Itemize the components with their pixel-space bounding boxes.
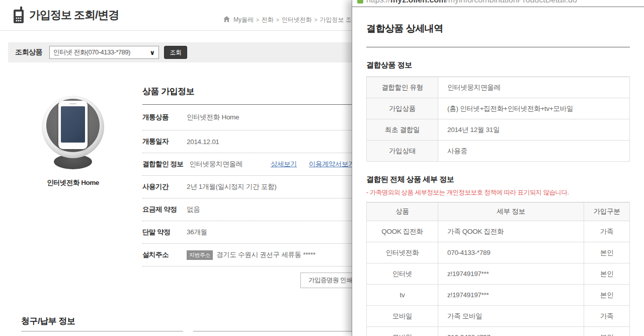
owner-cell: 본인 [584,263,630,285]
combined-products-table: 상품세부 정보가입구분 QOOK 집전화가족 QOOK 집전화가족인터넷전화07… [366,202,630,336]
product-cell: tv [367,285,438,306]
detail-cell: 010-9432-*797 [438,327,584,336]
table-row: 가입상태사용중 [367,141,630,162]
detail-cell: 가족 모바일 [438,306,584,327]
product-cell: 모바일 [367,327,438,336]
url-domain: myz.olleh.com [390,0,446,4]
breadcrumb-item[interactable]: My올레 [233,16,254,24]
row-value: 인터넷뭉치면올레 [438,77,630,98]
privacy-note: - 가족명의의 상품 세부정보는 개인정보보호 정책에 따라 표기되지 않습니다… [366,188,630,197]
field-value: 인터넷전화 Home [187,113,239,122]
column-header: 세부 정보 [438,203,584,221]
product-select[interactable]: 인터넷 전화(070-4133-*789) ∨ [49,46,159,59]
lock-icon [357,0,363,4]
breadcrumb: My올레>전화>인터넷전화>가입정보 조회 [223,16,358,24]
product-cell: 모바일 [367,306,438,327]
owner-cell: 본인 [584,327,630,336]
popup-title: 결합상품 상세내역 [366,22,630,47]
product-cell: 인터넷 [367,263,438,285]
breadcrumb-separator: > [314,17,317,23]
popup-address-bar[interactable]: https://myz.olleh.com/myinfo/combination… [352,0,644,7]
table-row: 인터넷전화070-4133-*789본인 [367,242,630,263]
detail-cell: z!19749197*** [438,263,584,285]
field-links: 상세보기이용계약서보기 [271,160,355,169]
field-value: 경기도 수원시 권선구 세류동 ***** [216,250,315,259]
field-label: 설치주소 [142,250,181,259]
breadcrumb-separator: > [276,17,279,23]
row-value: 사용중 [438,141,630,162]
column-header: 가입구분 [584,203,630,221]
owner-cell: 본인 [584,242,630,263]
product-select-value: 인터넷 전화(070-4133-*789) [53,48,149,57]
combination-info-table: 결합할인 유형인터넷뭉치면올레가입상품(홈) 인터넷+집전화+인터넷전화+tv+… [366,77,630,162]
row-value: (홈) 인터넷+집전화+인터넷전화+tv+모바일 [438,98,630,119]
field-value: 2014.12.01 [187,138,219,146]
product-figure: 인터넷전화 Home [28,95,118,187]
table-row: 인터넷z!19749197***본인 [367,263,630,285]
breadcrumb-item[interactable]: 전화 [262,16,274,24]
field-label: 사용기간 [142,182,181,191]
table-row: 최초 결합일2014년 12월 31일 [367,119,630,141]
url-path: /myinfo/combinationProductDetail.do [446,0,577,4]
field-value: 인터넷뭉치면올레 [189,160,243,169]
detail-cell: z!19749197*** [438,285,584,306]
table-row: 가입상품(홈) 인터넷+집전화+인터넷전화+tv+모바일 [367,98,630,119]
field-value: 2년 1개월(일시정지 기간 포함) [187,182,276,191]
table-row: 모바일010-9432-*797본인 [367,327,630,336]
combination-detail-popup: https://myz.olleh.com/myinfo/combination… [352,0,644,336]
address-type-badge: 지번주소 [187,250,213,260]
breadcrumb-separator: > [256,17,259,23]
subscription-page: 가입정보 조회/변경 My올레>전화>인터넷전화>가입정보 조회 조회상품 인터… [0,0,644,336]
detail-link[interactable]: 이용계약서보기 [309,160,355,169]
detail-link[interactable]: 상세보기 [271,160,297,169]
field-label: 개통상품 [142,113,181,122]
query-label: 조회상품 [15,48,42,57]
table-row: 결합할인 유형인터넷뭉치면올레 [367,77,630,98]
owner-cell: 가족 [584,306,630,327]
column-header: 상품 [367,203,438,221]
row-label: 결합할인 유형 [367,77,438,98]
row-value: 2014년 12월 31일 [438,119,630,141]
field-value: 없음 [187,205,200,214]
product-image [35,95,111,170]
product-cell: 인터넷전화 [367,242,438,263]
field-label: 요금제 약정 [142,205,181,214]
detail-section-title: 결합된 전체 상품 세부 정보 [366,175,630,184]
owner-cell: 본인 [584,285,630,306]
url-prefix: https:// [366,0,390,4]
table-row: QOOK 집전화가족 QOOK 집전화가족 [367,221,630,242]
row-label: 가입상품 [367,98,438,119]
billing-table-line [21,331,183,331]
home-icon[interactable] [223,16,230,24]
field-value: 36개월 [187,228,207,237]
phone-icon [11,7,26,26]
page-title: 가입정보 조회/변경 [29,8,119,23]
field-label: 개통일자 [142,137,181,146]
search-button[interactable]: 조회 [164,46,187,59]
table-row: tvz!19749197***본인 [367,285,630,306]
product-caption: 인터넷전화 Home [28,178,118,187]
chevron-down-icon: ∨ [149,49,155,56]
detail-cell: 가족 QOOK 집전화 [438,221,584,242]
row-label: 가입상태 [367,141,438,162]
row-label: 최초 결합일 [367,119,438,141]
owner-cell: 가족 [584,221,630,242]
info-section-title: 결합상품 정보 [366,60,630,70]
field-label: 결합할인 정보 [142,160,183,169]
table-row: 모바일가족 모바일가족 [367,306,630,327]
field-label: 단말 약정 [142,228,181,237]
product-cell: QOOK 집전화 [367,221,438,242]
breadcrumb-item[interactable]: 인터넷전화 [282,16,312,24]
billing-section-title: 청구/납부 정보 [21,315,75,327]
detail-cell: 070-4133-*789 [438,242,584,263]
